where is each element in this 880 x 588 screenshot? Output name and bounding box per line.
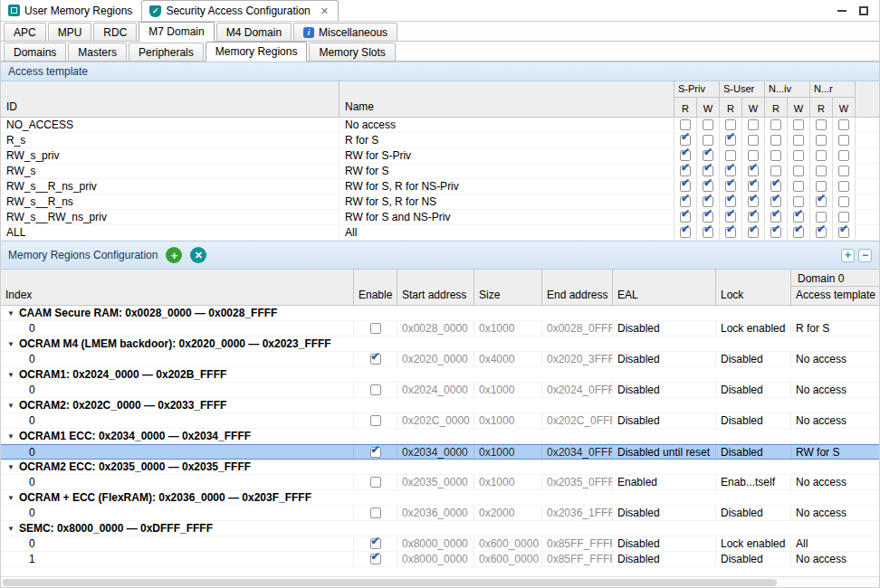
memory-group-row[interactable]: ▼OCRAM1: 0x2024_0000 — 0x202B_FFFF [1, 367, 879, 383]
region-lock-cell[interactable]: Disabled [716, 352, 791, 366]
access-checkbox[interactable]: ✔ [725, 227, 736, 238]
region-lock-cell[interactable]: Disabled [716, 413, 791, 428]
access-checkbox[interactable]: ✔ [680, 227, 691, 238]
tab-memory-regions[interactable]: Memory Regions [206, 42, 308, 62]
region-eal-cell[interactable]: Disabled [613, 413, 716, 428]
region-start-address-cell[interactable]: 0x2020_0000 [397, 352, 474, 366]
region-size-cell[interactable]: 0x4000 [474, 352, 542, 366]
access-checkbox[interactable]: ✔ [680, 166, 691, 176]
close-icon[interactable]: ✕ [320, 6, 329, 16]
tab-apc[interactable]: APC [4, 23, 46, 41]
memory-region-row[interactable]: 0✔0x2034_00000x10000x2034_0FFFDisabled u… [1, 444, 879, 460]
region-start-address-cell[interactable]: 0x8000_0000 [397, 536, 474, 551]
access-checkbox[interactable]: ✔ [748, 227, 759, 238]
access-checkbox[interactable] [838, 196, 849, 207]
access-template-row[interactable]: RW_s_privRW for S-Priv✔✔ [1, 148, 879, 164]
access-template-row[interactable]: RW_s__RW_ns_privRW for S and NS-Priv✔✔✔✔… [1, 210, 879, 225]
access-checkbox[interactable] [793, 181, 804, 192]
region-end-address-cell[interactable]: 0x202C_0FFF [542, 413, 613, 428]
access-checkbox[interactable] [770, 119, 781, 130]
access-checkbox[interactable]: ✔ [748, 212, 759, 223]
expand-all-button[interactable]: + [841, 249, 855, 262]
access-template-row[interactable]: RW_s__R_nsRW for S, R for NS✔✔✔✔✔✔ [1, 194, 879, 210]
scrollbar-thumb[interactable] [3, 579, 777, 586]
region-access-template-cell[interactable]: RW for S [791, 445, 879, 459]
access-checkbox[interactable] [770, 166, 781, 176]
region-eal-cell[interactable]: Disabled [613, 506, 716, 520]
access-checkbox[interactable]: ✔ [770, 212, 781, 223]
region-size-cell[interactable]: 0x2000 [474, 506, 542, 520]
access-checkbox[interactable]: ✔ [725, 196, 736, 207]
region-lock-cell[interactable]: Lock enabled [716, 536, 791, 551]
access-checkbox[interactable] [838, 212, 849, 223]
tab-user-memory-regions[interactable]: User Memory Regions [1, 0, 141, 21]
access-checkbox[interactable] [838, 166, 849, 176]
enable-checkbox[interactable] [370, 477, 381, 488]
region-eal-cell[interactable]: Disabled [613, 352, 716, 366]
access-checkbox[interactable]: ✔ [725, 166, 736, 176]
minimize-icon[interactable] [837, 10, 847, 12]
region-eal-cell[interactable]: Disabled [613, 552, 716, 566]
access-template-row[interactable]: ALLAll✔✔✔✔✔✔✔✔ [1, 225, 879, 241]
access-checkbox[interactable]: ✔ [793, 212, 804, 223]
tab-miscellaneous[interactable]: i Miscellaneous [293, 23, 397, 41]
memory-region-row[interactable]: 00x2036_00000x20000x2036_1FFFDisabledDis… [1, 506, 879, 521]
enable-checkbox[interactable] [370, 323, 381, 334]
access-template-row[interactable]: RW_s__R_ns_privRW for S, R for NS-Priv✔✔… [1, 179, 879, 194]
tab-m7-domain[interactable]: M7 Domain [139, 22, 214, 42]
region-lock-cell[interactable]: Enab...tself [716, 475, 791, 489]
region-end-address-cell[interactable]: 0x2034_0FFF [542, 445, 613, 459]
remove-region-button[interactable]: ✕ [190, 247, 206, 263]
access-checkbox[interactable]: ✔ [725, 135, 736, 146]
collapse-all-button[interactable]: − [858, 249, 872, 262]
access-checkbox[interactable] [816, 135, 827, 146]
enable-checkbox[interactable] [370, 507, 381, 518]
region-access-template-cell[interactable]: R for S [791, 321, 879, 336]
memory-group-row[interactable]: ▼OCRAM2 ECC: 0x2035_0000 — 0x2035_FFFF [1, 460, 879, 475]
region-end-address-cell[interactable]: 0x2036_1FFF [542, 506, 613, 520]
region-lock-cell[interactable]: Lock enabled [716, 321, 791, 336]
collapse-triangle-icon[interactable]: ▼ [7, 494, 14, 502]
region-size-cell[interactable]: 0x1000 [474, 475, 542, 489]
access-checkbox[interactable] [816, 166, 827, 176]
access-checkbox[interactable] [838, 135, 849, 146]
access-checkbox[interactable]: ✔ [680, 181, 691, 192]
region-end-address-cell[interactable]: 0x85FF_FFFF [542, 536, 613, 551]
access-checkbox[interactable]: ✔ [703, 227, 713, 238]
access-template-row[interactable]: RW_sRW for S✔✔✔✔ [1, 164, 879, 179]
region-start-address-cell[interactable]: 0x2034_0000 [397, 445, 474, 459]
collapse-triangle-icon[interactable]: ▼ [7, 371, 14, 379]
access-checkbox[interactable]: ✔ [793, 227, 804, 238]
enable-checkbox[interactable]: ✔ [370, 538, 381, 549]
access-checkbox[interactable] [816, 181, 827, 192]
horizontal-scrollbar[interactable] [1, 576, 879, 587]
access-checkbox[interactable]: ✔ [816, 196, 827, 207]
tab-rdc[interactable]: RDC [93, 23, 137, 41]
tab-mpu[interactable]: MPU [48, 23, 92, 41]
access-checkbox[interactable] [793, 150, 804, 161]
region-access-template-cell[interactable]: No access [791, 475, 879, 489]
region-lock-cell[interactable]: Disabled [716, 445, 791, 459]
access-checkbox[interactable]: ✔ [725, 212, 736, 223]
region-start-address-cell[interactable]: 0x2035_0000 [397, 475, 474, 489]
access-checkbox[interactable] [748, 150, 759, 161]
region-access-template-cell[interactable]: No access [791, 506, 879, 520]
memory-group-row[interactable]: ▼OCRAM2: 0x202C_0000 — 0x2033_FFFF [1, 398, 879, 413]
region-access-template-cell[interactable]: No access [791, 552, 879, 566]
region-eal-cell[interactable]: Enabled [613, 475, 716, 489]
region-lock-cell[interactable]: Disabled [716, 383, 791, 397]
memory-region-row[interactable]: 00x2035_00000x10000x2035_0FFFEnabledEnab… [1, 475, 879, 490]
tab-memory-slots[interactable]: Memory Slots [309, 43, 395, 61]
tab-masters[interactable]: Masters [68, 43, 127, 61]
tab-security-access-configuration[interactable]: ✓ Security Access Configuration ✕ [141, 0, 339, 21]
memory-region-row[interactable]: 00x2024_00000x10000x2024_0FFFDisabledDis… [1, 383, 879, 398]
region-start-address-cell[interactable]: 0x8000_0000 [397, 552, 474, 566]
access-checkbox[interactable] [703, 119, 713, 130]
access-checkbox[interactable] [793, 166, 804, 176]
access-checkbox[interactable]: ✔ [816, 227, 827, 238]
access-checkbox[interactable]: ✔ [748, 196, 759, 207]
region-end-address-cell[interactable]: 0x0028_0FFF [542, 321, 613, 336]
access-checkbox[interactable] [793, 196, 804, 207]
region-size-cell[interactable]: 0x600_0000 [474, 536, 542, 551]
region-end-address-cell[interactable]: 0x2020_3FFF [542, 352, 613, 366]
